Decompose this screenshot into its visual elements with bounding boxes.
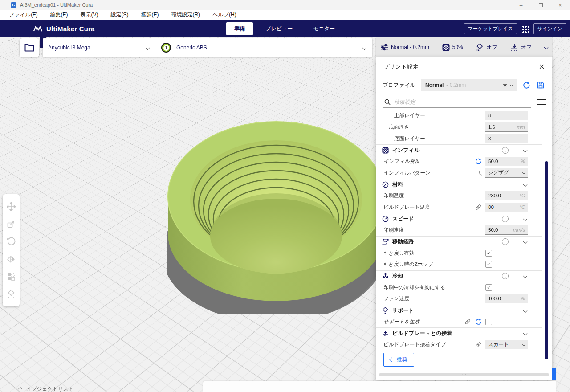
extruder-badge: 1 — [161, 43, 171, 53]
menu-settings[interactable]: 設定(S) — [110, 11, 128, 19]
setting-value-field[interactable]: 100.0% — [485, 294, 528, 303]
maximize-button[interactable] — [531, 0, 550, 10]
setting-row: 印刷速度50.0mm/s — [376, 225, 542, 236]
setting-dropdown[interactable]: ジグザグ — [485, 168, 528, 178]
apps-grid-icon[interactable] — [521, 25, 529, 33]
chevron-down-icon[interactable] — [523, 274, 528, 278]
support-blocker-icon[interactable] — [6, 289, 16, 299]
settings-section[interactable]: スピードi — [376, 213, 542, 225]
save-profile-icon[interactable] — [536, 80, 546, 90]
reset-icon[interactable] — [475, 158, 482, 165]
mirror-tool-icon[interactable] — [6, 254, 16, 264]
settings-section[interactable]: 材料 — [376, 179, 542, 190]
titlebar: C AI3M_endcap01 - UltiMaker Cura – × — [0, 0, 570, 10]
settings-section[interactable]: 移動経路i — [376, 236, 542, 248]
infill-icon — [442, 44, 450, 51]
setting-checkbox[interactable]: ✓ — [485, 261, 492, 268]
settings-section[interactable]: ビルドプレートとの接着 — [376, 327, 542, 339]
profile-summary: Normal - 0.2mm — [391, 44, 429, 50]
chevron-down-icon[interactable] — [523, 217, 528, 221]
menu-help[interactable]: ヘルプ(H) — [212, 11, 236, 19]
info-icon[interactable]: i — [502, 273, 509, 279]
brand: UltiMaker Cura — [33, 25, 95, 33]
close-button[interactable]: × — [550, 0, 570, 10]
recommended-mode-button[interactable]: 推奨 — [383, 353, 414, 367]
setting-value-field[interactable]: 1.6mm — [485, 122, 528, 132]
per-model-settings-icon[interactable] — [6, 272, 16, 282]
chevron-down-icon — [362, 45, 367, 50]
adhesion-icon — [382, 330, 389, 337]
cooling-icon — [382, 273, 389, 280]
printer-selector[interactable]: Anycubic i3 Mega — [43, 38, 155, 57]
print-settings-summary[interactable]: Normal - 0.2mm 50% オフ オフ — [376, 37, 552, 57]
settings-section[interactable]: 冷却i — [376, 270, 542, 282]
minimize-button[interactable]: – — [511, 0, 531, 10]
object-list-header[interactable]: オブジェクトリスト — [19, 384, 73, 392]
setting-checkbox[interactable]: ✓ — [485, 250, 492, 257]
cura-window: C AI3M_endcap01 - UltiMaker Cura – × ファイ… — [0, 0, 570, 392]
panel-title: プリント設定 — [383, 63, 419, 71]
setting-value-field[interactable]: 80°C — [485, 203, 528, 212]
cura-app-icon: C — [11, 2, 16, 8]
chevron-down-icon — [146, 45, 150, 50]
reset-profile-icon[interactable] — [521, 80, 531, 90]
setting-value-field[interactable]: 230.0°C — [485, 191, 528, 200]
search-settings-input[interactable] — [394, 99, 529, 105]
chevron-down-icon[interactable] — [523, 148, 528, 152]
app-name: UltiMaker Cura — [46, 25, 95, 33]
menu-edit[interactable]: 編集(E) — [50, 11, 68, 19]
tab-monitor[interactable]: モニター — [305, 22, 343, 35]
action-panel-strip — [203, 381, 556, 392]
setting-row: 印刷温度230.0°C — [376, 190, 542, 202]
chevron-down-icon[interactable] — [523, 183, 528, 187]
menu-extensions[interactable]: 拡張(E) — [141, 11, 159, 19]
menubar: ファイル(F) 編集(E) 表示(V) 設定(S) 拡張(E) 環境設定(R) … — [0, 10, 570, 20]
close-icon[interactable]: × — [539, 62, 545, 72]
settings-scrollbar[interactable] — [545, 161, 548, 359]
sliders-icon — [380, 44, 388, 51]
adhesion-icon — [510, 44, 518, 51]
chevron-down-icon[interactable] — [523, 331, 528, 335]
infill-icon — [382, 147, 389, 154]
window-title: AI3M_endcap01 - UltiMaker Cura — [20, 2, 93, 8]
settings-section[interactable]: インフィルi — [376, 144, 542, 156]
settings-menu-icon[interactable] — [537, 99, 546, 105]
panel-resize-handle[interactable]: ⋯ — [379, 373, 549, 376]
slice-button-edge[interactable] — [552, 368, 556, 380]
chevron-down-icon[interactable] — [544, 45, 549, 49]
setting-row: 引き戻し有効✓ — [376, 247, 542, 259]
setting-value-field[interactable]: 50.0mm/s — [485, 225, 528, 235]
rotate-tool-icon[interactable] — [6, 237, 16, 246]
setting-checkbox[interactable] — [485, 318, 492, 325]
speed-icon — [382, 216, 389, 223]
model-3d[interactable] — [167, 105, 386, 314]
setting-value-field[interactable]: 8 — [485, 111, 528, 120]
open-file-button[interactable] — [20, 38, 39, 57]
chevron-down-icon[interactable] — [523, 308, 528, 313]
setting-checkbox[interactable]: ✓ — [485, 284, 492, 291]
marketplace-button[interactable]: マーケットプレイス — [464, 23, 517, 34]
setting-value-field[interactable]: 8 — [485, 134, 528, 143]
scale-tool-icon[interactable] — [6, 219, 16, 229]
setting-value-field[interactable]: 50.0% — [485, 157, 528, 166]
setting-row: サポートを生成 — [376, 316, 542, 327]
star-icon[interactable]: ★ — [502, 82, 508, 88]
info-icon[interactable]: i — [502, 216, 509, 222]
menu-preferences[interactable]: 環境設定(R) — [171, 11, 200, 19]
info-icon[interactable]: i — [502, 238, 509, 245]
tab-prepare[interactable]: 準備 — [226, 22, 253, 35]
info-icon[interactable]: i — [502, 147, 509, 154]
reset-icon[interactable] — [475, 318, 482, 325]
tab-preview[interactable]: プレビュー — [257, 22, 301, 35]
object-list: オブジェクトリスト AI3M_endcap01 32.5 x 32.5 x 12… — [19, 384, 73, 392]
profile-dropdown[interactable]: Normal - 0.2mm ★ — [421, 79, 517, 91]
settings-section[interactable]: サポート — [376, 305, 542, 316]
chevron-down-icon[interactable] — [523, 240, 528, 244]
link-icon — [475, 204, 482, 210]
menu-file[interactable]: ファイル(F) — [9, 11, 37, 19]
signin-button[interactable]: サインイン — [533, 23, 566, 34]
menu-view[interactable]: 表示(V) — [80, 11, 98, 19]
material-selector[interactable]: 1 Generic ABS — [155, 38, 372, 57]
move-tool-icon[interactable] — [6, 202, 16, 212]
setting-dropdown[interactable]: スカート — [485, 340, 528, 349]
